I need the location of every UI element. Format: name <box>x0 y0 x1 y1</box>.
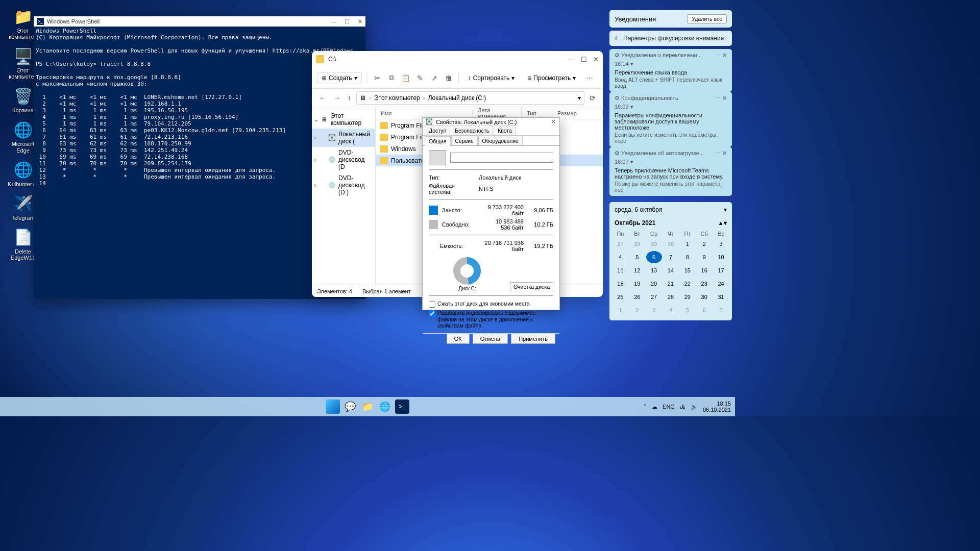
refresh-icon[interactable]: ⟳ <box>587 92 598 104</box>
calendar-day[interactable]: 6 <box>696 304 712 316</box>
calendar-day[interactable]: 30 <box>663 238 679 250</box>
calendar-day[interactable]: 14 <box>663 264 679 277</box>
calendar-day[interactable]: 19 <box>629 278 645 290</box>
tab-general[interactable]: Общие <box>425 136 451 146</box>
calendar-day[interactable]: 24 <box>713 278 729 290</box>
sidebar-local-disk[interactable]: 💽Локальный диск ( <box>312 129 375 147</box>
calendar-day[interactable]: 1 <box>612 304 628 316</box>
calendar-day[interactable]: 27 <box>646 291 662 303</box>
calendar-day[interactable]: 15 <box>679 264 695 277</box>
col-name[interactable]: Имя <box>376 110 473 116</box>
tray-network-icon[interactable]: 🖧 <box>680 404 685 410</box>
taskbar-powershell-icon[interactable]: >_ <box>395 399 409 414</box>
calendar-day[interactable]: 4 <box>612 251 628 263</box>
sidebar-dvd1[interactable]: 💿DVD-дисковод (D <box>312 147 375 172</box>
calendar-day[interactable]: 30 <box>696 291 712 303</box>
calendar-day[interactable]: 2 <box>629 304 645 316</box>
close-button[interactable]: ✕ <box>593 56 599 63</box>
delete-all-button[interactable]: Удалить все <box>687 14 727 23</box>
create-button[interactable]: ⊕ Создать ▾ <box>317 72 362 84</box>
next-month-icon[interactable]: ▾ <box>724 219 727 227</box>
cancel-button[interactable]: Отмена <box>473 334 508 344</box>
tab-security[interactable]: Безопасность <box>451 126 493 135</box>
taskbar-chat-icon[interactable]: 💬 <box>343 399 357 414</box>
tray-clock[interactable]: 18:1506.10.2021 <box>703 400 731 413</box>
prev-month-icon[interactable]: ▴ <box>719 219 722 227</box>
taskbar-explorer-icon[interactable]: 📁 <box>360 399 375 414</box>
tab-service[interactable]: Сервис <box>451 136 478 145</box>
calendar-day[interactable]: 22 <box>679 278 695 290</box>
maximize-button[interactable]: ☐ <box>581 56 587 63</box>
close-icon[interactable]: ✕ <box>551 118 556 126</box>
up-button[interactable]: ↑ <box>346 92 353 104</box>
collapse-icon[interactable]: ▾ <box>724 206 727 213</box>
maximize-button[interactable]: ☐ <box>345 18 350 25</box>
paste-icon[interactable]: 📋 <box>401 73 410 83</box>
back-button[interactable]: ← <box>317 92 328 104</box>
cut-icon[interactable]: ✂ <box>373 73 382 83</box>
disk-name-input[interactable] <box>450 153 553 163</box>
calendar-day[interactable]: 12 <box>629 264 645 277</box>
calendar-day[interactable]: 11 <box>612 264 628 277</box>
calendar-day[interactable]: 27 <box>612 238 628 250</box>
close-button[interactable]: ✕ <box>358 18 362 25</box>
tray-volume-icon[interactable]: 🔊 <box>691 404 698 410</box>
rename-icon[interactable]: ✎ <box>415 73 425 83</box>
index-checkbox[interactable]: Разрешить индексировать содержимое файло… <box>429 310 553 329</box>
taskbar-edge-icon[interactable]: 🌐 <box>378 399 392 414</box>
calendar-day[interactable]: 1 <box>679 238 695 250</box>
close-icon[interactable]: ✕ <box>722 150 727 156</box>
ok-button[interactable]: ОК <box>447 334 470 344</box>
calendar-day[interactable]: 18 <box>612 278 628 290</box>
compress-checkbox[interactable]: Сжать этот диск для экономии места <box>429 300 553 308</box>
calendar-day[interactable]: 7 <box>713 304 729 316</box>
notification-item[interactable]: ⚙ Конфиденциальность⋯ ✕18:09 ▾Параметры … <box>609 92 732 147</box>
calendar-day[interactable]: 2 <box>696 238 712 250</box>
calendar-day[interactable]: 17 <box>713 264 729 277</box>
calendar-day[interactable]: 23 <box>696 278 712 290</box>
calendar-day[interactable]: 21 <box>663 278 679 290</box>
tray-chevron-icon[interactable]: ˄ <box>644 404 647 410</box>
tray-onedrive-icon[interactable]: ☁ <box>652 404 657 410</box>
calendar-day[interactable]: 20 <box>646 278 662 290</box>
delete-icon[interactable]: 🗑 <box>444 73 453 83</box>
start-button[interactable] <box>326 399 340 414</box>
minimize-button[interactable]: — <box>568 56 575 63</box>
calendar-day[interactable]: 28 <box>663 291 679 303</box>
powershell-titlebar[interactable]: >_ Windows PowerShell — ☐ ✕ <box>34 16 365 27</box>
calendar-day[interactable]: 5 <box>629 251 645 263</box>
tab-access[interactable]: Доступ <box>425 126 450 135</box>
calendar-day[interactable]: 16 <box>696 264 712 277</box>
apply-button[interactable]: Применить <box>511 334 555 344</box>
breadcrumb[interactable]: 🖥 › Этот компьютер › Локальный диск (C:)… <box>356 91 584 105</box>
dropdown-icon[interactable]: ▾ <box>578 94 581 102</box>
sidebar-this-pc[interactable]: 🖥Этот компьютер <box>312 110 375 129</box>
calendar-day[interactable]: 31 <box>713 291 729 303</box>
share-icon[interactable]: ↗ <box>430 73 439 83</box>
calendar-day[interactable]: 3 <box>713 238 729 250</box>
calendar-day[interactable]: 25 <box>612 291 628 303</box>
notification-item[interactable]: ⚙ Уведомление о переключени...⋯ ✕18:14 ▾… <box>609 49 732 92</box>
calendar-day[interactable]: 6 <box>646 251 662 263</box>
calendar-day[interactable]: 10 <box>713 251 729 263</box>
tray-lang[interactable]: ENG <box>663 404 675 410</box>
copy-icon[interactable]: ⧉ <box>387 73 396 83</box>
notification-item[interactable]: ⚙ Уведомление об автозагрузке...⋯ ✕18:07… <box>609 147 732 196</box>
tab-quota[interactable]: Квота <box>494 126 516 135</box>
calendar-day[interactable]: 29 <box>679 291 695 303</box>
view-button[interactable]: ≡ Просмотреть ▾ <box>524 72 580 84</box>
tab-hardware[interactable]: Оборудование <box>478 136 523 145</box>
disk-cleanup-button[interactable]: Очистка диска <box>510 282 553 291</box>
calendar-day[interactable]: 8 <box>679 251 695 263</box>
col-size[interactable]: Размер <box>552 110 603 116</box>
calendar-day[interactable]: 4 <box>663 304 679 316</box>
calendar-day[interactable]: 7 <box>663 251 679 263</box>
calendar-day[interactable]: 29 <box>646 238 662 250</box>
col-type[interactable]: Тип <box>522 110 552 116</box>
calendar-day[interactable]: 28 <box>629 238 645 250</box>
sidebar-dvd2[interactable]: 💿DVD-дисковод (D:) <box>312 172 375 198</box>
focus-assist-link[interactable]: Параметры фокусировки внимания <box>623 35 724 42</box>
calendar-day[interactable]: 13 <box>646 264 662 277</box>
calendar-day[interactable]: 9 <box>696 251 712 263</box>
calendar-day[interactable]: 26 <box>629 291 645 303</box>
